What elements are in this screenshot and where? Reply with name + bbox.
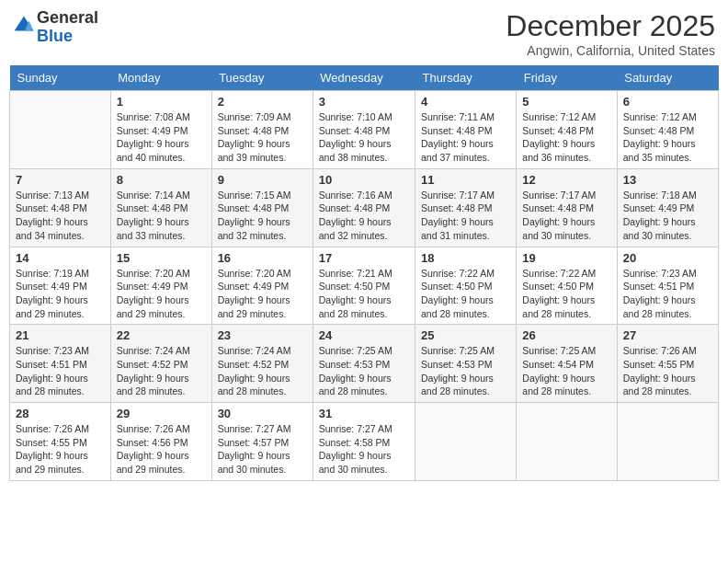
day-info: Sunrise: 7:14 AMSunset: 4:48 PMDaylight:… xyxy=(117,189,206,243)
day-number: 1 xyxy=(117,95,206,109)
calendar-cell: 4Sunrise: 7:11 AMSunset: 4:48 PMDaylight… xyxy=(415,91,516,169)
calendar-cell: 15Sunrise: 7:20 AMSunset: 4:49 PMDayligh… xyxy=(110,247,211,325)
day-info: Sunrise: 7:24 AMSunset: 4:52 PMDaylight:… xyxy=(117,344,206,398)
day-number: 24 xyxy=(319,328,409,342)
day-headers-row: SundayMondayTuesdayWednesdayThursdayFrid… xyxy=(10,65,719,91)
day-number: 11 xyxy=(421,173,510,187)
calendar-cell: 29Sunrise: 7:26 AMSunset: 4:56 PMDayligh… xyxy=(110,403,211,481)
day-number: 22 xyxy=(117,328,206,342)
day-info: Sunrise: 7:15 AMSunset: 4:48 PMDaylight:… xyxy=(218,189,307,243)
day-info: Sunrise: 7:25 AMSunset: 4:53 PMDaylight:… xyxy=(421,344,510,398)
location: Angwin, California, United States xyxy=(506,43,715,58)
calendar-cell: 7Sunrise: 7:13 AMSunset: 4:48 PMDaylight… xyxy=(10,168,111,247)
calendar-cell: 28Sunrise: 7:26 AMSunset: 4:55 PMDayligh… xyxy=(10,403,111,481)
calendar-cell: 12Sunrise: 7:17 AMSunset: 4:48 PMDayligh… xyxy=(517,168,617,247)
day-number: 20 xyxy=(623,251,712,265)
day-info: Sunrise: 7:23 AMSunset: 4:51 PMDaylight:… xyxy=(16,344,105,398)
day-number: 7 xyxy=(16,173,105,187)
day-number: 9 xyxy=(218,173,307,187)
day-header-sunday: Sunday xyxy=(10,65,111,91)
day-number: 15 xyxy=(117,251,206,265)
month-title: December 2025 xyxy=(506,9,715,43)
calendar-cell: 20Sunrise: 7:23 AMSunset: 4:51 PMDayligh… xyxy=(617,247,718,325)
calendar-cell: 22Sunrise: 7:24 AMSunset: 4:52 PMDayligh… xyxy=(110,325,211,403)
day-info: Sunrise: 7:21 AMSunset: 4:50 PMDaylight:… xyxy=(319,267,409,321)
logo-text: General Blue xyxy=(37,9,98,46)
day-info: Sunrise: 7:16 AMSunset: 4:48 PMDaylight:… xyxy=(319,189,409,243)
day-info: Sunrise: 7:26 AMSunset: 4:55 PMDaylight:… xyxy=(16,422,105,477)
logo-icon xyxy=(13,15,35,37)
day-number: 5 xyxy=(522,95,610,109)
day-info: Sunrise: 7:24 AMSunset: 4:52 PMDaylight:… xyxy=(218,344,307,398)
day-info: Sunrise: 7:20 AMSunset: 4:49 PMDaylight:… xyxy=(218,267,307,321)
day-header-wednesday: Wednesday xyxy=(313,65,415,91)
day-header-thursday: Thursday xyxy=(415,65,516,91)
day-number: 21 xyxy=(16,328,105,342)
day-info: Sunrise: 7:27 AMSunset: 4:57 PMDaylight:… xyxy=(218,422,307,477)
calendar-cell: 11Sunrise: 7:17 AMSunset: 4:48 PMDayligh… xyxy=(415,168,516,247)
calendar-cell: 17Sunrise: 7:21 AMSunset: 4:50 PMDayligh… xyxy=(313,247,415,325)
calendar-cell: 25Sunrise: 7:25 AMSunset: 4:53 PMDayligh… xyxy=(415,325,516,403)
day-number: 28 xyxy=(16,407,105,420)
calendar-cell: 26Sunrise: 7:25 AMSunset: 4:54 PMDayligh… xyxy=(517,325,617,403)
calendar-cell: 30Sunrise: 7:27 AMSunset: 4:57 PMDayligh… xyxy=(211,403,313,481)
day-number: 23 xyxy=(218,328,307,342)
calendar-cell xyxy=(415,403,516,481)
calendar-cell: 13Sunrise: 7:18 AMSunset: 4:49 PMDayligh… xyxy=(617,168,718,247)
day-number: 29 xyxy=(117,407,206,420)
calendar-cell: 24Sunrise: 7:25 AMSunset: 4:53 PMDayligh… xyxy=(313,325,415,403)
day-info: Sunrise: 7:20 AMSunset: 4:49 PMDaylight:… xyxy=(117,267,206,321)
calendar-cell: 27Sunrise: 7:26 AMSunset: 4:55 PMDayligh… xyxy=(617,325,718,403)
day-header-friday: Friday xyxy=(517,65,617,91)
calendar-cell xyxy=(517,403,617,481)
calendar-cell: 8Sunrise: 7:14 AMSunset: 4:48 PMDaylight… xyxy=(110,168,211,247)
day-number: 14 xyxy=(16,251,105,265)
day-number: 30 xyxy=(218,407,307,420)
day-info: Sunrise: 7:17 AMSunset: 4:48 PMDaylight:… xyxy=(421,189,510,243)
day-number: 13 xyxy=(623,173,712,187)
day-info: Sunrise: 7:17 AMSunset: 4:48 PMDaylight:… xyxy=(522,189,610,243)
calendar-cell: 1Sunrise: 7:08 AMSunset: 4:49 PMDaylight… xyxy=(110,91,211,169)
day-info: Sunrise: 7:09 AMSunset: 4:48 PMDaylight:… xyxy=(218,110,307,165)
day-number: 10 xyxy=(319,173,409,187)
calendar-cell: 16Sunrise: 7:20 AMSunset: 4:49 PMDayligh… xyxy=(211,247,313,325)
day-header-saturday: Saturday xyxy=(617,65,718,91)
calendar-cell: 6Sunrise: 7:12 AMSunset: 4:48 PMDaylight… xyxy=(617,91,718,169)
day-info: Sunrise: 7:26 AMSunset: 4:56 PMDaylight:… xyxy=(117,422,206,477)
day-number: 25 xyxy=(421,328,510,342)
day-info: Sunrise: 7:12 AMSunset: 4:48 PMDaylight:… xyxy=(623,110,712,165)
day-number: 16 xyxy=(218,251,307,265)
day-info: Sunrise: 7:25 AMSunset: 4:54 PMDaylight:… xyxy=(522,344,610,398)
day-info: Sunrise: 7:13 AMSunset: 4:48 PMDaylight:… xyxy=(16,189,105,243)
title-block: December 2025 Angwin, California, United… xyxy=(506,9,715,58)
day-number: 26 xyxy=(522,328,610,342)
week-row-4: 21Sunrise: 7:23 AMSunset: 4:51 PMDayligh… xyxy=(10,325,719,403)
calendar-cell xyxy=(617,403,718,481)
day-number: 27 xyxy=(623,328,712,342)
logo: General Blue xyxy=(13,9,98,46)
day-info: Sunrise: 7:12 AMSunset: 4:48 PMDaylight:… xyxy=(522,110,610,165)
day-info: Sunrise: 7:25 AMSunset: 4:53 PMDaylight:… xyxy=(319,344,409,398)
calendar-cell: 3Sunrise: 7:10 AMSunset: 4:48 PMDaylight… xyxy=(313,91,415,169)
day-number: 3 xyxy=(319,95,409,109)
day-info: Sunrise: 7:23 AMSunset: 4:51 PMDaylight:… xyxy=(623,267,712,321)
day-info: Sunrise: 7:08 AMSunset: 4:49 PMDaylight:… xyxy=(117,110,206,165)
day-info: Sunrise: 7:27 AMSunset: 4:58 PMDaylight:… xyxy=(319,422,409,477)
day-number: 4 xyxy=(421,95,510,109)
day-number: 6 xyxy=(623,95,712,109)
day-number: 2 xyxy=(218,95,307,109)
day-info: Sunrise: 7:19 AMSunset: 4:49 PMDaylight:… xyxy=(16,267,105,321)
day-header-monday: Monday xyxy=(110,65,211,91)
calendar-cell xyxy=(10,91,111,169)
calendar-cell: 18Sunrise: 7:22 AMSunset: 4:50 PMDayligh… xyxy=(415,247,516,325)
calendar-cell: 9Sunrise: 7:15 AMSunset: 4:48 PMDaylight… xyxy=(211,168,313,247)
day-info: Sunrise: 7:11 AMSunset: 4:48 PMDaylight:… xyxy=(421,110,510,165)
day-info: Sunrise: 7:22 AMSunset: 4:50 PMDaylight:… xyxy=(522,267,610,321)
calendar-cell: 21Sunrise: 7:23 AMSunset: 4:51 PMDayligh… xyxy=(10,325,111,403)
day-number: 31 xyxy=(319,407,409,420)
day-number: 18 xyxy=(421,251,510,265)
day-info: Sunrise: 7:22 AMSunset: 4:50 PMDaylight:… xyxy=(421,267,510,321)
week-row-5: 28Sunrise: 7:26 AMSunset: 4:55 PMDayligh… xyxy=(10,403,719,481)
week-row-3: 14Sunrise: 7:19 AMSunset: 4:49 PMDayligh… xyxy=(10,247,719,325)
day-number: 12 xyxy=(522,173,610,187)
